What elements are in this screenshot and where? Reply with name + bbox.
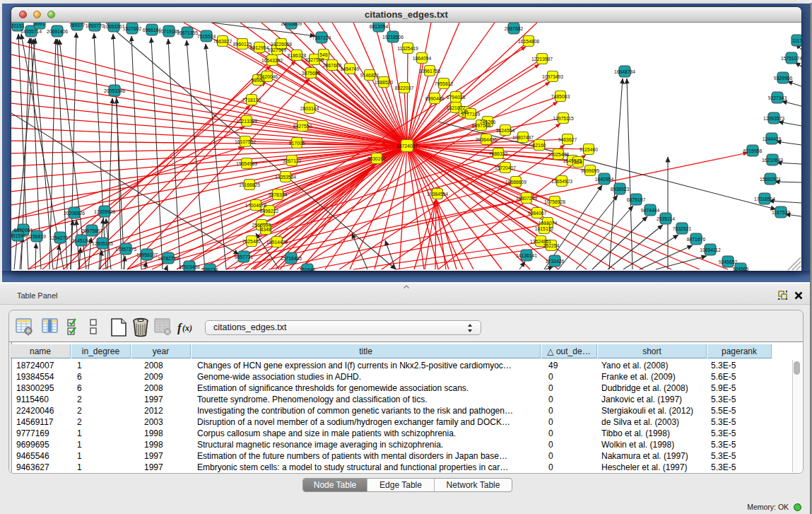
svg-text:2935114: 2935114 [657, 216, 675, 221]
svg-text:10654112: 10654112 [700, 247, 721, 252]
svg-text:924565: 924565 [733, 267, 749, 271]
svg-text:7663822: 7663822 [213, 39, 233, 44]
svg-text:20975867: 20975867 [81, 228, 102, 233]
svg-text:8348: 8348 [260, 227, 271, 232]
svg-text:6497568: 6497568 [472, 123, 491, 128]
svg-text:1864094: 1864094 [413, 56, 432, 61]
svg-text:3875685: 3875685 [302, 71, 321, 76]
svg-text:15720407: 15720407 [495, 165, 516, 170]
svg-text:10688609: 10688609 [505, 180, 526, 185]
svg-text:11923468: 11923468 [179, 264, 200, 269]
svg-text:19166825: 19166825 [239, 182, 260, 187]
svg-text:9777169: 9777169 [461, 112, 481, 117]
svg-text:2803144: 2803144 [300, 106, 319, 111]
svg-text:769377: 769377 [69, 23, 86, 28]
svg-text:20691406: 20691406 [47, 29, 68, 34]
svg-text:17016504: 17016504 [754, 197, 775, 201]
svg-text:7357224: 7357224 [312, 35, 331, 40]
svg-text:9227343: 9227343 [768, 95, 787, 100]
svg-text:7632621: 7632621 [673, 226, 692, 231]
svg-text:18724007: 18724007 [396, 144, 418, 148]
svg-text:10973493: 10973493 [542, 74, 563, 79]
svg-text:7986322: 7986322 [489, 151, 508, 156]
svg-text:17957275: 17957275 [115, 247, 136, 252]
svg-text:13226058: 13226058 [271, 42, 292, 47]
svg-text:917006: 917006 [289, 141, 305, 146]
svg-text:7625402: 7625402 [242, 239, 261, 244]
svg-text:16210643: 16210643 [762, 158, 783, 163]
svg-text:11325419: 11325419 [397, 46, 418, 51]
svg-text:7485063: 7485063 [551, 94, 570, 99]
svg-text:9146821: 9146821 [360, 73, 379, 78]
svg-text:9115460: 9115460 [579, 147, 598, 152]
svg-text:3878334: 3878334 [269, 192, 288, 197]
svg-text:1167533: 1167533 [772, 210, 790, 215]
svg-text:7515524: 7515524 [197, 34, 216, 39]
svg-text:9327508: 9327508 [305, 57, 324, 62]
svg-text:2718170: 2718170 [242, 98, 261, 103]
svg-text:62160: 62160 [533, 143, 546, 148]
svg-text:10756928: 10756928 [544, 199, 565, 204]
svg-text:8427552: 8427552 [293, 124, 312, 129]
svg-text:15692971: 15692971 [760, 177, 781, 182]
svg-text:14136141: 14136141 [516, 253, 537, 258]
svg-text:1612074: 1612074 [539, 221, 558, 226]
svg-text:1615132: 1615132 [535, 226, 554, 231]
svg-text:18807249: 18807249 [516, 196, 537, 201]
svg-text:15751074: 15751074 [781, 56, 801, 61]
svg-text:19218506: 19218506 [382, 35, 404, 40]
svg-text:17004678: 17004678 [245, 203, 266, 208]
svg-text:8471676: 8471676 [687, 237, 706, 242]
svg-text:8186328: 8186328 [288, 53, 307, 58]
svg-text:1117: 1117 [792, 38, 801, 43]
svg-text:8454749: 8454749 [341, 66, 360, 71]
svg-text:2087682: 2087682 [505, 26, 524, 31]
svg-text:8498222: 8498222 [260, 209, 279, 214]
svg-text:12975115: 12975115 [553, 116, 574, 121]
svg-text:16107552: 16107552 [235, 139, 256, 144]
svg-text:10653267: 10653267 [103, 24, 124, 29]
svg-text:1527602: 1527602 [123, 26, 142, 31]
svg-text:8813054: 8813054 [370, 24, 389, 29]
svg-text:1640954: 1640954 [595, 177, 614, 182]
svg-text:8850061: 8850061 [14, 228, 33, 233]
svg-text:12213987: 12213987 [531, 57, 553, 62]
svg-text:9699695: 9699695 [581, 168, 600, 173]
svg-text:8960125: 8960125 [233, 42, 252, 47]
svg-text:(x): (x) [182, 323, 192, 333]
svg-text:6879197: 6879197 [627, 197, 646, 202]
svg-text:6794028: 6794028 [447, 95, 466, 100]
svg-text:16543382: 16543382 [261, 58, 283, 63]
svg-text:12093573: 12093573 [763, 116, 784, 121]
svg-text:8990448: 8990448 [425, 96, 445, 101]
svg-text:7955812: 7955812 [435, 81, 454, 86]
svg-text:16914479: 16914479 [266, 240, 288, 245]
svg-text:546: 546 [319, 52, 328, 57]
svg-text:151646: 151646 [300, 267, 316, 271]
svg-text:13654923: 13654923 [551, 179, 572, 184]
svg-text:10958107: 10958107 [136, 252, 158, 257]
svg-text:8991: 8991 [34, 23, 45, 26]
svg-text:16154808: 16154808 [518, 39, 539, 44]
svg-text:9084067: 9084067 [528, 211, 547, 216]
svg-text:13353584: 13353584 [275, 175, 296, 180]
svg-text:19654963: 19654963 [236, 161, 257, 166]
svg-text:10807487: 10807487 [512, 135, 534, 140]
svg-text:109234: 109234 [202, 267, 218, 271]
svg-text:884: 884 [574, 160, 582, 165]
svg-text:17359928: 17359928 [94, 209, 115, 214]
svg-text:12505135: 12505135 [92, 241, 113, 246]
svg-text:9245652: 9245652 [719, 259, 738, 264]
svg-text:1733426: 1733426 [546, 259, 565, 264]
svg-text:9463627: 9463627 [558, 137, 577, 142]
svg-text:12942757: 12942757 [49, 235, 71, 240]
svg-text:252254: 252254 [543, 243, 560, 248]
svg-text:9327509: 9327509 [268, 47, 287, 52]
svg-text:10025438: 10025438 [548, 152, 569, 157]
svg-text:1145194: 1145194 [72, 238, 90, 243]
svg-text:20053346: 20053346 [104, 88, 125, 93]
svg-text:16782759: 16782759 [158, 256, 179, 261]
svg-text:3624554: 3624554 [496, 128, 515, 133]
svg-text:9474444: 9474444 [641, 208, 660, 213]
svg-text:9329966: 9329966 [774, 76, 793, 81]
